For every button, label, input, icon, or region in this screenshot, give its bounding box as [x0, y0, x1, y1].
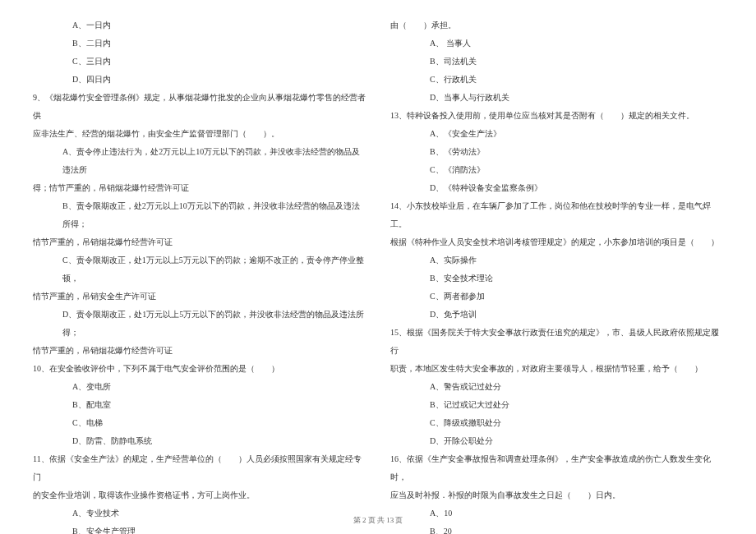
- q15-text: 15、根据《国务院关于特大安全事故行政责任追究的规定》，市、县级人民政府依照规定…: [390, 324, 723, 360]
- page-content: A、一日内 B、二日内 C、三日内 D、四日内 9、《烟花爆竹安全管理条例》规定…: [33, 16, 723, 501]
- left-column: A、一日内 B、二日内 C、三日内 D、四日内 9、《烟花爆竹安全管理条例》规定…: [33, 16, 366, 501]
- q11-continue: 的安全作业培训，取得该作业操作资格证书，方可上岗作业。: [33, 486, 366, 504]
- q14-text: 14、小东技校毕业后，在车辆厂参加了工作，岗位和他在技校时学的专业一样，是电气焊…: [390, 197, 723, 233]
- q10-option-d: D、防雷、防静电系统: [33, 432, 366, 450]
- q15-continue: 职责，本地区发生特大安全事故的，对政府主要领导人，根据情节轻重，给予（ ）: [390, 360, 723, 378]
- q12-option-b: B、司法机关: [390, 53, 723, 71]
- q15-option-a: A、警告或记过处分: [390, 378, 723, 396]
- q14-continue: 根据《特种作业人员安全技术培训考核管理规定》的规定，小东参加培训的项目是（ ）: [390, 233, 723, 251]
- q10-option-c: C、电梯: [33, 414, 366, 432]
- q14-option-a: A、实际操作: [390, 251, 723, 269]
- q9-option-c-2: 情节严重的，吊销安全生产许可证: [33, 288, 366, 306]
- right-column: 由（ ）承担。 A、 当事人 B、司法机关 C、行政机关 D、当事人与行政机关 …: [390, 16, 723, 501]
- q12-option-d: D、当事人与行政机关: [390, 89, 723, 107]
- q16-text: 16、依据《生产安全事故报告和调查处理条例》，生产安全事故造成的伤亡人数发生变化…: [390, 450, 723, 486]
- q13-text: 13、特种设备投入使用前，使用单位应当核对其是否附有（ ）规定的相关文件。: [390, 107, 723, 125]
- q10-text: 10、在安全验收评价中，下列不属于电气安全评价范围的是（ ）: [33, 360, 366, 378]
- q9-option-c-1: C、责令限期改正，处1万元以上5万元以下的罚款；逾期不改正的，责令停产停业整顿，: [33, 251, 366, 288]
- q12-option-a: A、 当事人: [390, 35, 723, 53]
- q8-option-c: C、三日内: [33, 53, 366, 71]
- q9-option-a-2: 得；情节严重的，吊销烟花爆竹经营许可证: [33, 179, 366, 197]
- q14-option-d: D、免予培训: [390, 306, 723, 324]
- page-footer: 第 2 页 共 13 页: [0, 515, 756, 526]
- q9-option-d-1: D、责令限期改正，处1万元以上5万元以下的罚款，并没收非法经营的物品及违法所得；: [33, 306, 366, 342]
- q8-option-b: B、二日内: [33, 35, 366, 53]
- q15-option-d: D、开除公职处分: [390, 432, 723, 450]
- q9-option-b-1: B、责令限期改正，处2万元以上10万元以下的罚款，并没收非法经营的物品及违法所得…: [33, 197, 366, 233]
- q14-option-b: B、安全技术理论: [390, 269, 723, 288]
- q12-option-c: C、行政机关: [390, 71, 723, 89]
- q16-continue: 应当及时补报．补报的时限为自事故发生之日起（ ）日内。: [390, 486, 723, 504]
- q12-continue: 由（ ）承担。: [390, 16, 723, 35]
- q9-text: 9、《烟花爆竹安全管理条例》规定，从事烟花爆竹批发的企业向从事烟花爆竹零售的经营…: [33, 89, 366, 125]
- q13-option-c: C、《消防法》: [390, 161, 723, 179]
- q11-text: 11、依据《安全生产法》的规定，生产经营单位的（ ）人员必须按照国家有关规定经专…: [33, 450, 366, 486]
- q15-option-b: B、记过或记大过处分: [390, 396, 723, 414]
- q13-option-a: A、《安全生产法》: [390, 125, 723, 143]
- q9-continue: 应非法生产、经营的烟花爆竹，由安全生产监督管理部门（ ）。: [33, 125, 366, 143]
- q10-option-a: A、变电所: [33, 378, 366, 396]
- q8-option-a: A、一日内: [33, 16, 366, 35]
- q14-option-c: C、两者都参加: [390, 288, 723, 306]
- q15-option-c: C、降级或撤职处分: [390, 414, 723, 432]
- page-number: 第 2 页 共 13 页: [353, 516, 403, 524]
- q8-option-d: D、四日内: [33, 71, 366, 89]
- q13-option-b: B、《劳动法》: [390, 143, 723, 161]
- q9-option-a-1: A、责令停止违法行为，处2万元以上10万元以下的罚款，并没收非法经营的物品及违法…: [33, 143, 366, 179]
- q9-option-b-2: 情节严重的，吊销烟花爆竹经营许可证: [33, 233, 366, 251]
- q10-option-b: B、配电室: [33, 396, 366, 414]
- q9-option-d-2: 情节严重的，吊销烟花爆竹经营许可证: [33, 342, 366, 360]
- q13-option-d: D、《特种设备安全监察条例》: [390, 179, 723, 197]
